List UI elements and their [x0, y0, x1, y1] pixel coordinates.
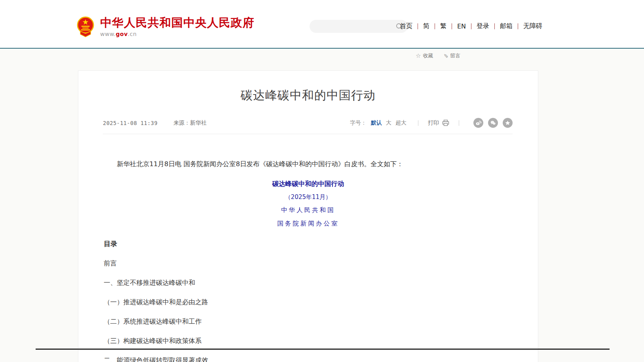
nav-simplified[interactable]: 简	[418, 22, 435, 30]
wechat-share-button[interactable]	[488, 118, 498, 128]
nav-login[interactable]: 登录	[471, 22, 494, 30]
font-size-label: 字号：	[350, 119, 367, 127]
toc-item-1-3: （三）构建碳达峰碳中和政策体系	[104, 337, 513, 345]
toc-item-1-1: （一）推进碳达峰碳中和是必由之路	[104, 298, 513, 307]
comment-button[interactable]: ✎ 留言	[443, 52, 460, 59]
site-logo[interactable]: 中华人民共和国中央人民政府 www.gov.cn	[76, 16, 255, 37]
weibo-share-button[interactable]	[473, 118, 483, 128]
doc-date: （2025年11月）	[104, 193, 513, 201]
header-rule	[0, 48, 644, 49]
intro-paragraph: 新华社北京11月8日电 国务院新闻办公室8日发布《碳达峰碳中和的中国行动》白皮书…	[104, 159, 513, 169]
toc-item-2: 二、能源绿色低碳转型取得显著成效	[104, 356, 513, 362]
print-button[interactable]: 打印	[428, 119, 449, 127]
site-url-prefix: www.	[100, 31, 116, 37]
font-size-default[interactable]: 默认	[371, 119, 382, 127]
toc-item-preface: 前言	[104, 259, 513, 268]
site-url: www.gov.cn	[100, 31, 255, 37]
top-nav: 首页 简 繁 EN 登录 邮箱 无障碍	[400, 22, 542, 30]
nav-accessibility[interactable]: 无障碍	[518, 22, 542, 30]
weibo-icon	[475, 119, 482, 126]
favorite-label: 收藏	[423, 52, 433, 59]
star-outline-icon: ☆	[416, 53, 421, 59]
doc-title: 碳达峰碳中和的中国行动	[104, 180, 513, 188]
nav-home[interactable]: 首页	[400, 22, 418, 30]
font-size-large[interactable]: 大	[386, 119, 391, 127]
divider	[459, 120, 459, 126]
national-emblem-icon	[76, 16, 95, 37]
toc-item-1: 一、坚定不移推进碳达峰碳中和	[104, 279, 513, 287]
printer-icon	[442, 119, 449, 126]
divider	[418, 120, 418, 126]
site-url-suffix: .cn	[128, 31, 137, 37]
doc-author-line2: 国务院新闻办公室	[104, 220, 513, 228]
source-label: 来源：	[173, 119, 190, 127]
site-header: 中华人民共和国中央人民政府 www.gov.cn 首页 简 繁 EN 登录 邮箱…	[0, 0, 644, 48]
page-title: 碳达峰碳中和的中国行动	[78, 87, 538, 104]
article-card: 碳达峰碳中和的中国行动 2025-11-08 11:39 来源： 新华社 字号：…	[78, 70, 538, 362]
pencil-icon: ✎	[443, 53, 448, 58]
quick-actions: ☆ 收藏 ✎ 留言	[416, 52, 471, 59]
site-url-gov: gov	[116, 31, 128, 37]
nav-english[interactable]: EN	[452, 23, 471, 30]
comment-label: 留言	[450, 52, 460, 59]
article-meta-right: 字号： 默认 大 超大 打印	[350, 118, 513, 128]
font-size-xlarge[interactable]: 超大	[395, 119, 407, 127]
toc-item-1-2: （二）系统推进碳达峰碳中和工作	[104, 317, 513, 326]
article-meta-left: 2025-11-08 11:39 来源： 新华社	[103, 119, 207, 127]
search-input[interactable]	[310, 20, 393, 33]
bottom-edge-line	[36, 349, 610, 350]
nav-traditional[interactable]: 繁	[435, 22, 452, 30]
article-body: 新华社北京11月8日电 国务院新闻办公室8日发布《碳达峰碳中和的中国行动》白皮书…	[78, 159, 538, 362]
more-share-button[interactable]	[503, 118, 513, 128]
publish-date: 2025-11-08 11:39	[103, 120, 158, 126]
search-bar	[310, 20, 408, 33]
wechat-icon	[490, 119, 496, 126]
toc-heading: 目录	[104, 239, 513, 248]
doc-author-line1: 中华人民共和国	[104, 206, 513, 214]
print-label: 打印	[428, 119, 439, 127]
share-group	[469, 118, 513, 128]
article-meta-row: 2025-11-08 11:39 来源： 新华社 字号： 默认 大 超大 打印	[103, 118, 513, 134]
favorite-button[interactable]: ☆ 收藏	[416, 52, 433, 59]
source-value: 新华社	[190, 119, 207, 127]
logo-text: 中华人民共和国中央人民政府 www.gov.cn	[100, 16, 255, 37]
star-share-icon	[505, 120, 511, 126]
site-title: 中华人民共和国中央人民政府	[100, 17, 255, 29]
nav-mail[interactable]: 邮箱	[495, 22, 518, 30]
